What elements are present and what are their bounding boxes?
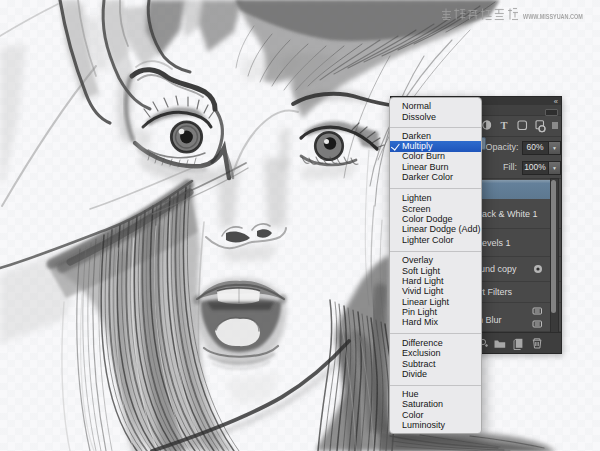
svg-text:T: T: [501, 120, 508, 131]
